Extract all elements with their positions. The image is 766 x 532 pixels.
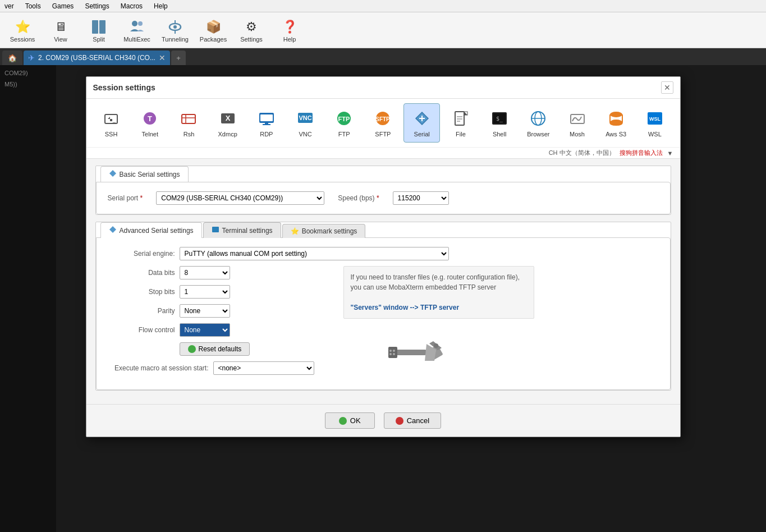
toolbar-packages[interactable]: 📦 Packages: [195, 15, 231, 46]
advanced-serial-tab-row: Advanced Serial settings Terminal settin…: [96, 222, 671, 238]
info-box: If you need to transfer files (e.g. rout…: [343, 266, 534, 319]
protocol-browser[interactable]: Browser: [520, 103, 557, 143]
tab-label: 2. COM29 (USB-SERIAL CH340 (CO...: [38, 54, 155, 62]
toolbar-sessions[interactable]: ⭐ Sessions: [4, 15, 40, 46]
reset-row: Reset defaults: [180, 342, 332, 356]
protocol-rsh[interactable]: Rsh: [171, 103, 207, 143]
wsl-icon: WSL: [645, 108, 665, 129]
protocol-wsl[interactable]: WSL WSL: [636, 103, 673, 143]
engine-select[interactable]: PuTTY (allows manual COM port setting): [180, 247, 449, 260]
svg-point-3: [138, 21, 143, 26]
advanced-serial-tab[interactable]: Advanced Serial settings: [100, 222, 202, 238]
split-icon: [90, 18, 108, 36]
menu-help[interactable]: Help: [152, 1, 170, 11]
dialog-overlay: Session settings ✕ _ SSH T Telnet: [0, 65, 766, 532]
sftp-icon: SFTP: [373, 108, 393, 129]
tab-icon: ✈: [28, 53, 35, 62]
menu-macros[interactable]: Macros: [118, 1, 145, 11]
protocol-ssh-label: SSH: [105, 131, 118, 137]
ok-button[interactable]: OK: [325, 412, 375, 429]
tab-home[interactable]: 🏠: [2, 51, 22, 65]
menu-settings[interactable]: Settings: [82, 1, 111, 11]
protocol-mosh-label: Mosh: [570, 131, 585, 137]
reset-label: Reset defaults: [199, 345, 242, 353]
ok-green-dot: [339, 417, 347, 425]
flow-control-select[interactable]: None: [180, 323, 230, 337]
reset-defaults-button[interactable]: Reset defaults: [180, 342, 250, 356]
ime-arrow: ▼: [667, 150, 673, 157]
protocol-mosh[interactable]: Mosh: [559, 103, 595, 143]
settings-gear-icon: ⚙: [242, 18, 260, 36]
protocol-sftp[interactable]: SFTP SFTP: [365, 103, 401, 143]
bookmark-settings-tab[interactable]: ⭐ Bookmark settings: [282, 224, 366, 238]
protocol-telnet[interactable]: T Telnet: [132, 103, 168, 143]
engine-row: Serial engine: PuTTY (allows manual COM …: [108, 247, 659, 260]
menu-ver[interactable]: ver: [2, 1, 16, 11]
toolbar-multiexec-label: MultiExec: [123, 36, 150, 43]
toolbar-view[interactable]: 🖥 View: [43, 15, 79, 46]
tab-active[interactable]: ✈ 2. COM29 (USB-SERIAL CH340 (CO... ✕: [24, 51, 170, 65]
protocol-sftp-label: SFTP: [375, 131, 391, 137]
menu-games[interactable]: Games: [50, 1, 76, 11]
protocol-shell[interactable]: $_ Shell: [481, 103, 518, 143]
protocol-ftp[interactable]: FTP FTP: [326, 103, 363, 143]
toolbar-split-label: Split: [93, 36, 104, 43]
flow-control-label: Flow control: [108, 326, 175, 334]
reset-green-dot: [188, 345, 196, 353]
protocol-file[interactable]: File: [442, 103, 479, 143]
dialog-title: Session settings: [93, 83, 155, 92]
toolbar-view-label: View: [54, 36, 67, 43]
toolbar-tunneling[interactable]: Tunneling: [157, 15, 193, 46]
speed-select[interactable]: 115200: [393, 191, 449, 205]
serial-icon: [412, 108, 432, 129]
advanced-serial-section: Advanced Serial settings Terminal settin…: [95, 222, 671, 391]
serial-port-label: Serial port: [108, 194, 143, 202]
data-bits-row: Data bits 8: [108, 266, 332, 279]
data-bits-select[interactable]: 8: [180, 266, 230, 279]
protocol-vnc[interactable]: VNC VNC: [287, 103, 323, 143]
protocol-xdmcp[interactable]: X Xdmcp: [209, 103, 246, 143]
toolbar-packages-label: Packages: [200, 36, 227, 43]
protocol-telnet-label: Telnet: [142, 131, 158, 137]
terminal-settings-tab[interactable]: Terminal settings: [203, 222, 281, 238]
dialog-close-button[interactable]: ✕: [661, 81, 673, 94]
protocol-rdp-label: RDP: [260, 131, 273, 137]
tab-add-button[interactable]: +: [171, 51, 186, 65]
basic-serial-section: Basic Serial settings Serial port COM29 …: [95, 166, 671, 215]
protocol-awss3[interactable]: Aws S3: [598, 103, 634, 143]
svg-text:SFTP: SFTP: [376, 116, 391, 122]
svg-rect-11: [182, 114, 195, 123]
info-link[interactable]: "Servers" window --> TFTP server: [351, 304, 460, 311]
menu-tools[interactable]: Tools: [23, 1, 43, 11]
svg-point-39: [610, 120, 622, 125]
toolbar-multiexec[interactable]: MultiExec: [119, 15, 155, 46]
svg-text:_: _: [112, 117, 116, 123]
parity-select[interactable]: None: [180, 304, 230, 318]
protocol-serial[interactable]: Serial: [403, 103, 440, 143]
data-bits-label: Data bits: [108, 269, 175, 277]
engine-label: Serial engine:: [108, 250, 175, 258]
help-icon: ❓: [281, 18, 299, 36]
add-tab-icon: +: [176, 54, 181, 62]
basic-serial-tab-label: Basic Serial settings: [120, 171, 180, 178]
protocol-rdp[interactable]: RDP: [248, 103, 285, 143]
toolbar-split[interactable]: Split: [81, 15, 117, 46]
svg-rect-18: [263, 124, 270, 125]
toolbar-help[interactable]: ❓ Help: [272, 15, 308, 46]
dialog-title-bar: Session settings ✕: [86, 77, 680, 99]
mosh-icon: [567, 108, 588, 129]
serial-port-select[interactable]: COM29 (USB-SERIAL CH340 (COM29)): [156, 191, 324, 205]
toolbar-settings[interactable]: ⚙ Settings: [233, 15, 269, 46]
execute-macro-select[interactable]: <none>: [213, 361, 314, 375]
protocol-ssh[interactable]: _ SSH: [93, 103, 130, 143]
info-text: If you need to transfer files (e.g. rout…: [351, 272, 527, 292]
basic-serial-tab[interactable]: Basic Serial settings: [100, 166, 189, 182]
toolbar-sessions-label: Sessions: [10, 36, 35, 43]
svg-text:VNC: VNC: [299, 114, 311, 121]
browser-icon: [528, 108, 548, 129]
stop-bits-select[interactable]: 1: [180, 285, 230, 299]
terminal-settings-tab-icon: [212, 226, 219, 235]
rdp-icon: [256, 108, 277, 129]
tab-close-icon[interactable]: ✕: [159, 53, 166, 62]
cancel-button[interactable]: Cancel: [384, 412, 441, 429]
